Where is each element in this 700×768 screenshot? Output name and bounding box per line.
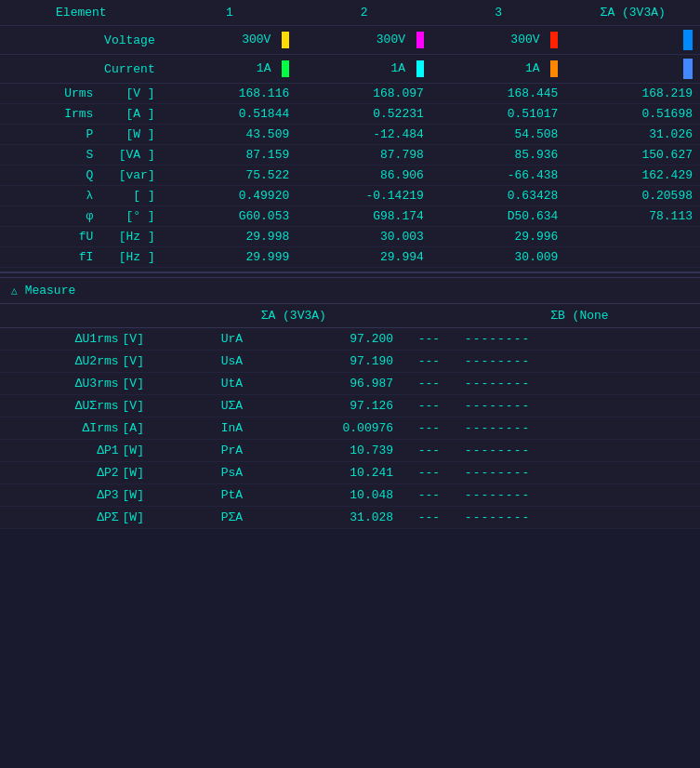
measure-row-dashes: -------- (459, 395, 700, 417)
measure-row-label: ΔPΣ (0, 507, 121, 529)
measure-table-row: ΔU1rms [V] UrA 97.200 --- -------- (0, 328, 700, 351)
measure-row-dashes: -------- (459, 462, 700, 484)
measure-header-sumB: ΣB (None (459, 304, 700, 328)
measure-table-row: ΔIrms [A] InA 0.00976 --- -------- (0, 417, 700, 440)
row-val2: 0.52231 (297, 104, 431, 125)
measure-row-label: ΔU3rms (0, 373, 121, 395)
row-val2: 87.798 (297, 145, 431, 166)
row-label: Q (0, 166, 100, 186)
measure-header-empty (0, 304, 188, 328)
measure-row-val: 97.126 (248, 395, 399, 417)
current-val3: 1A (431, 55, 566, 84)
row-valsum: 0.20598 (565, 186, 700, 206)
header-col1: 1 (163, 0, 297, 26)
row-valsum: 162.429 (565, 166, 700, 186)
row-valsum: 150.627 (565, 145, 700, 166)
voltage-label: Voltage (0, 26, 163, 55)
row-val2: 86.906 (297, 166, 431, 186)
row-val2: G98.174 (297, 206, 431, 227)
main-container: Element 1 2 3 ΣA (3V3A) Voltage 300V 300… (0, 0, 700, 529)
measure-row-val: 10.241 (248, 462, 399, 484)
row-valsum: 31.026 (565, 125, 700, 145)
header-element: Element (0, 0, 163, 26)
measure-row-unit: [W] (121, 484, 189, 507)
table-row: λ [ ] 0.49920 -0.14219 0.63428 0.20598 (0, 186, 700, 206)
measure-row-val: 97.190 (248, 351, 399, 373)
measure-row-unit: [V] (121, 373, 189, 395)
measure-header-sumA: ΣA (3V3A) (188, 304, 399, 328)
row-val2: -0.14219 (297, 186, 431, 206)
row-unit: [ ] (100, 186, 162, 206)
measure-row-label: ΔU2rms (0, 351, 121, 373)
measure-row-label: ΔP2 (0, 462, 121, 484)
row-unit: [var] (100, 166, 162, 186)
measure-row-tag: UrA (188, 328, 248, 351)
table-row: S [VA ] 87.159 87.798 85.936 150.627 (0, 145, 700, 166)
measure-table-row: ΔP1 [W] PrA 10.739 --- -------- (0, 440, 700, 462)
measure-row-dashes: -------- (459, 417, 700, 440)
row-val2: 29.994 (297, 247, 431, 268)
row-unit: [V ] (100, 84, 162, 104)
measure-row-dashes: -------- (459, 373, 700, 395)
row-valsum: 0.51698 (565, 104, 700, 125)
row-val1: 0.49920 (163, 186, 297, 206)
measure-row-tag: UΣA (188, 395, 248, 417)
measure-title-bar: △ Measure (0, 277, 700, 304)
header-colsum: ΣA (3V3A) (565, 0, 700, 26)
row-val2: -12.484 (297, 125, 431, 145)
voltage-row: Voltage 300V 300V 300V (0, 26, 700, 55)
measure-row-dashes: -------- (459, 507, 700, 529)
header-col3: 3 (431, 0, 566, 26)
row-val1: G60.053 (163, 206, 297, 227)
measure-title: Measure (25, 284, 76, 298)
measure-header-sep (399, 304, 459, 328)
measure-row-unit: [W] (121, 462, 189, 484)
voltage-swatch-2 (416, 32, 424, 48)
measure-row-dash: --- (399, 440, 459, 462)
row-val1: 75.522 (163, 166, 297, 186)
measure-table: ΣA (3V3A) ΣB (None ΔU1rms [V] UrA 97.200… (0, 304, 700, 529)
measure-table-row: ΔPΣ [W] PΣA 31.028 --- -------- (0, 507, 700, 529)
measure-row-unit: [V] (121, 328, 189, 351)
measure-row-dash: --- (399, 507, 459, 529)
measure-row-tag: PtA (188, 484, 248, 507)
row-unit: [A ] (100, 104, 162, 125)
row-valsum (565, 247, 700, 268)
voltage-val1: 300V (163, 26, 297, 55)
table-row: P [W ] 43.509 -12.484 54.508 31.026 (0, 125, 700, 145)
current-label: Current (0, 55, 163, 84)
measure-row-tag: PrA (188, 440, 248, 462)
row-unit: [Hz ] (100, 227, 162, 247)
current-valsum (565, 55, 700, 84)
measure-row-unit: [W] (121, 440, 189, 462)
table-row: Irms [A ] 0.51844 0.52231 0.51017 0.5169… (0, 104, 700, 125)
row-val2: 30.003 (297, 227, 431, 247)
measure-row-dash: --- (399, 328, 459, 351)
row-label: fU (0, 227, 100, 247)
measure-row-dash: --- (399, 417, 459, 440)
top-measurement-table: Element 1 2 3 ΣA (3V3A) Voltage 300V 300… (0, 0, 700, 268)
row-valsum: 168.219 (565, 84, 700, 104)
row-val3: 168.445 (431, 84, 566, 104)
row-val1: 168.116 (163, 84, 297, 104)
row-val1: 29.998 (163, 227, 297, 247)
current-row: Current 1A 1A 1A (0, 55, 700, 84)
row-unit: [W ] (100, 125, 162, 145)
row-val3: 85.936 (431, 145, 566, 166)
row-label: Urms (0, 84, 100, 104)
measure-section: △ Measure ΣA (3V3A) ΣB (None (0, 277, 700, 529)
row-valsum: 78.113 (565, 206, 700, 227)
voltage-val3: 300V (431, 26, 566, 55)
measure-row-dash: --- (399, 395, 459, 417)
header-col2: 2 (297, 0, 431, 26)
measure-row-dash: --- (399, 462, 459, 484)
measure-row-label: ΔP1 (0, 440, 121, 462)
table-row: Urms [V ] 168.116 168.097 168.445 168.21… (0, 84, 700, 104)
row-val3: 29.996 (431, 227, 566, 247)
row-val3: 0.51017 (431, 104, 566, 125)
measure-row-val: 0.00976 (248, 417, 399, 440)
voltage-swatch-1 (282, 32, 289, 48)
current-swatch-1 (282, 60, 289, 77)
measure-row-unit: [V] (121, 351, 189, 373)
row-label: S (0, 145, 100, 166)
